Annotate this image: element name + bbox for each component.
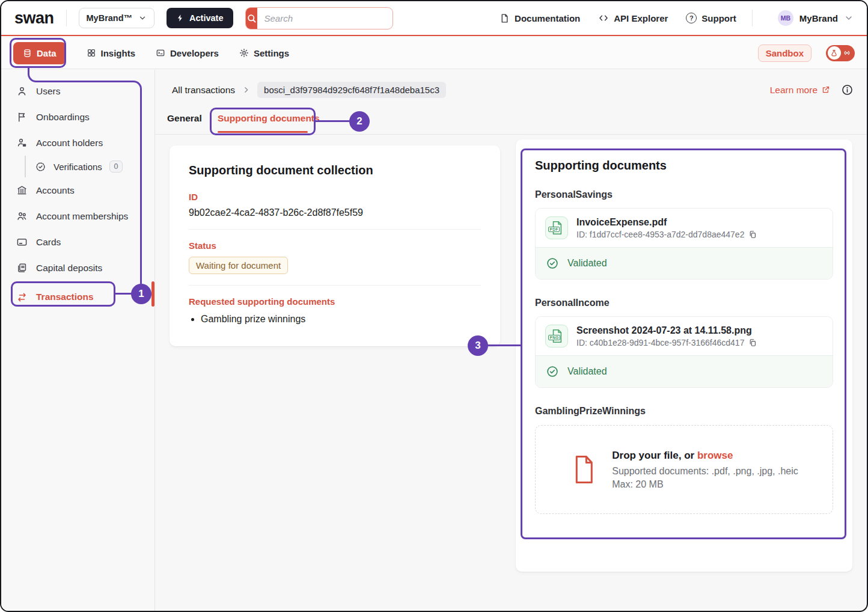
status-badge: Waiting for document	[189, 257, 288, 274]
documentation-link[interactable]: Documentation	[500, 13, 580, 23]
sidebar-item-verifications[interactable]: Verifications 0	[25, 156, 154, 177]
document-icon	[500, 13, 510, 23]
grid-icon	[87, 48, 96, 58]
tab-general[interactable]: General	[167, 113, 202, 124]
documentation-label: Documentation	[515, 13, 580, 23]
supporting-documents-card: Supporting documents PersonalSavings PDF…	[516, 139, 852, 572]
search-box[interactable]	[245, 7, 393, 29]
section-personal-savings: PersonalSavings	[535, 189, 833, 200]
swan-logo: swan	[14, 9, 54, 28]
section-personal-income: PersonalIncome	[535, 298, 833, 308]
nav-item-developers[interactable]: Developers	[156, 48, 219, 58]
sidebar-verifications-label: Verifications	[53, 162, 102, 172]
sidebar-item-account-holders[interactable]: Account holders	[1, 130, 154, 156]
sidebar-transactions-label: Transactions	[36, 292, 94, 302]
flask-icon	[828, 46, 841, 60]
learn-more-link[interactable]: Learn more	[770, 85, 830, 96]
sidebar-item-transactions[interactable]: Transactions	[1, 284, 154, 310]
header-divider-2	[752, 10, 753, 26]
external-link-icon	[821, 85, 830, 94]
search-icon[interactable]	[246, 8, 257, 29]
copy-icon[interactable]	[748, 338, 757, 347]
account-name: MyBrand	[799, 13, 838, 23]
credit-card-icon	[16, 236, 28, 248]
search-input[interactable]	[257, 8, 393, 29]
breadcrumb-all-transactions[interactable]: All transactions	[172, 85, 235, 96]
drop-instruction: Drop your file, or browse	[612, 450, 798, 462]
copy-icon[interactable]	[748, 230, 757, 239]
people-icon	[16, 210, 28, 222]
collection-status-label: Status	[189, 240, 481, 251]
nav-insights-label: Insights	[101, 48, 136, 58]
user-icon	[16, 85, 28, 97]
nav-data-label: Data	[37, 48, 57, 58]
document-info: Screenshot 2024-07-23 at 14.11.58.png ID…	[576, 325, 757, 347]
documents-card-title: Supporting documents	[535, 159, 833, 173]
api-explorer-link[interactable]: API Explorer	[598, 13, 668, 23]
sidebar-item-users[interactable]: Users	[1, 78, 154, 104]
sidebar-item-accounts[interactable]: Accounts	[1, 177, 154, 203]
supporting-document-collection-card: Supporting document collection ID 9b02ca…	[170, 145, 500, 346]
activate-label: Activate	[189, 13, 223, 23]
tab-supporting-documents[interactable]: Supporting documents	[218, 113, 320, 124]
nav-item-insights[interactable]: Insights	[87, 48, 136, 58]
help-icon: ?	[686, 13, 697, 23]
drop-text: Drop your file, or	[612, 450, 694, 461]
browse-link[interactable]: browse	[697, 450, 733, 461]
png-file-icon: PNG	[545, 325, 568, 347]
support-link[interactable]: ? Support	[686, 13, 736, 23]
tabs-divider	[155, 134, 868, 135]
learn-more-label: Learn more	[770, 85, 818, 96]
breadcrumb-transaction-id[interactable]: bosci_d3f97984d929cf648f7f1a48deba15c3	[257, 82, 446, 98]
bolt-icon	[176, 14, 185, 22]
database-icon	[23, 49, 32, 58]
main-nav: Data Insights Developers Settings Sandbo…	[1, 37, 867, 69]
receipt-icon	[16, 262, 28, 274]
document-id: ID: f1dd7ccf-cee8-4953-a7d2-dd7d8ae447e2	[576, 230, 744, 239]
avatar: MB	[778, 10, 793, 26]
check-circle-icon	[546, 365, 559, 378]
nav-item-settings[interactable]: Settings	[239, 48, 289, 58]
flag-icon	[16, 111, 28, 123]
collection-card-title: Supporting document collection	[189, 164, 481, 177]
requested-documents-label: Requested supporting documents	[189, 296, 481, 307]
requested-document-item: Gambling prize winnings	[201, 314, 481, 325]
sidebar-item-capital-deposits[interactable]: Capital deposits	[1, 255, 154, 281]
chevron-down-icon	[844, 13, 854, 23]
brand-selector[interactable]: MyBrand™	[79, 8, 155, 28]
supported-documents-text: Supported documents: .pdf, .png, .jpg, .…	[612, 466, 798, 477]
section-gambling-prize-winnings: GamblingPrizeWinnings	[535, 406, 833, 417]
file-type-label: PNG	[548, 335, 560, 340]
file-upload-icon	[570, 454, 596, 485]
verifications-count-badge: 0	[109, 161, 123, 173]
document-status-bar: Validated	[536, 247, 833, 279]
divider	[189, 229, 481, 230]
environment-toggle[interactable]	[826, 45, 855, 61]
dropzone-text: Drop your file, or browse Supported docu…	[612, 450, 798, 490]
nav-item-data[interactable]: Data	[13, 42, 66, 64]
annotation-connector	[316, 120, 349, 122]
sidebar-item-onboardings[interactable]: Onboardings	[1, 104, 154, 130]
file-dropzone[interactable]: Drop your file, or browse Supported docu…	[535, 425, 833, 514]
support-label: Support	[701, 13, 736, 23]
divider	[189, 285, 481, 286]
sandbox-badge: Sandbox	[758, 44, 811, 62]
document-row[interactable]: PDF InvoiceExpense.pdf ID: f1dd7ccf-cee8…	[536, 209, 833, 247]
active-tab-underline	[218, 131, 308, 133]
nav-developers-label: Developers	[170, 48, 219, 58]
info-icon[interactable]	[841, 84, 854, 96]
sidebar-users-label: Users	[36, 86, 60, 97]
document-row[interactable]: PNG Screenshot 2024-07-23 at 14.11.58.pn…	[536, 317, 833, 355]
bank-icon	[16, 185, 28, 196]
active-nav-indicator	[151, 281, 154, 307]
check-circle-icon	[546, 257, 559, 270]
sidebar-accounts-label: Accounts	[36, 185, 75, 196]
document-status: Validated	[567, 366, 607, 377]
sidebar-item-account-memberships[interactable]: Account memberships	[1, 203, 154, 229]
sidebar-item-cards[interactable]: Cards	[1, 229, 154, 255]
code-icon	[598, 13, 609, 23]
collection-id-value: 9b02cae2-4ca2-4837-b26c-2d8f87fe5f59	[189, 207, 481, 218]
account-menu[interactable]: MB MyBrand	[778, 10, 854, 26]
activate-button[interactable]: Activate	[167, 8, 233, 28]
app-window: swan MyBrand™ Activate Documentat	[0, 0, 868, 612]
